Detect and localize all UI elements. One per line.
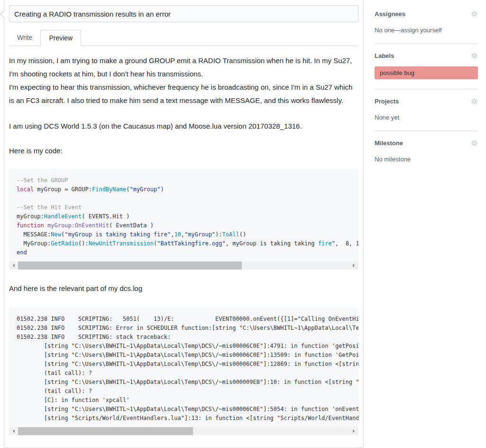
log-code-block: 01502.238 INFO SCRIPTING: 5051( 13)/E: E… (9, 308, 358, 435)
tab-preview[interactable]: Preview (40, 30, 81, 46)
lua-code-block: --Set the GROUPlocal myGroup = GROUP:Fin… (9, 169, 358, 270)
issue-paragraph-1: In my mission, I am trying to make a gro… (9, 54, 358, 107)
sidebar-section-assignees: Assignees No one—assign yourself (375, 6, 478, 44)
gear-icon[interactable] (471, 52, 478, 59)
labels-heading: Labels (375, 52, 394, 59)
scrollbar-thumb[interactable] (18, 427, 193, 435)
tab-write[interactable]: Write (9, 30, 40, 46)
milestone-heading-row[interactable]: Milestone (375, 140, 478, 147)
log-code-scrollbar[interactable]: ‹ › (9, 427, 358, 435)
gear-icon[interactable] (471, 98, 478, 105)
projects-heading-row[interactable]: Projects (375, 98, 478, 105)
lua-code-lines: --Set the GROUPlocal myGroup = GROUP:Fin… (9, 169, 358, 261)
preview-pane: In my mission, I am trying to make a gro… (9, 46, 358, 435)
sidebar-section-labels: Labels possible bug (375, 47, 478, 89)
sidebar-section-milestone: Milestone No milestone (375, 135, 478, 172)
scroll-left-arrow-icon[interactable]: ‹ (10, 427, 18, 435)
projects-value: None yet (375, 114, 478, 121)
labels-heading-row[interactable]: Labels (375, 52, 478, 59)
gear-icon[interactable] (471, 140, 478, 147)
label-possible-bug[interactable]: possible bug (375, 66, 478, 79)
issue-sidebar: Assignees No one—assign yourself Labels … (375, 6, 478, 176)
new-issue-form: Write Preview In my mission, I am trying… (4, 0, 364, 448)
editor-tab-bar: Write Preview (9, 30, 358, 46)
lua-code-scrollbar[interactable]: ‹ › (9, 261, 358, 270)
issue-paragraph-4: And here is the relevant part of my dcs.… (9, 282, 358, 295)
scroll-right-arrow-icon[interactable]: › (349, 261, 358, 270)
issue-paragraph-2: I am using DCS World 1.5.3 (on the Cauca… (9, 120, 358, 133)
projects-heading: Projects (375, 98, 399, 105)
assignees-heading-row[interactable]: Assignees (375, 10, 478, 18)
issue-paragraph-3: Here is my code: (9, 144, 358, 158)
log-code-lines: 01502.238 INFO SCRIPTING: 5051( 13)/E: E… (9, 308, 358, 427)
gear-icon[interactable] (471, 10, 478, 18)
issue-title-input[interactable] (9, 5, 358, 22)
sidebar-section-projects: Projects None yet (375, 93, 478, 131)
scroll-right-arrow-icon[interactable]: › (349, 427, 358, 435)
assignees-heading: Assignees (375, 10, 405, 18)
scroll-left-arrow-icon[interactable]: ‹ (10, 261, 18, 270)
scrollbar-thumb[interactable] (18, 261, 242, 270)
milestone-value: No milestone (375, 156, 478, 163)
milestone-heading: Milestone (375, 140, 403, 147)
assignees-value[interactable]: No one—assign yourself (375, 27, 478, 34)
